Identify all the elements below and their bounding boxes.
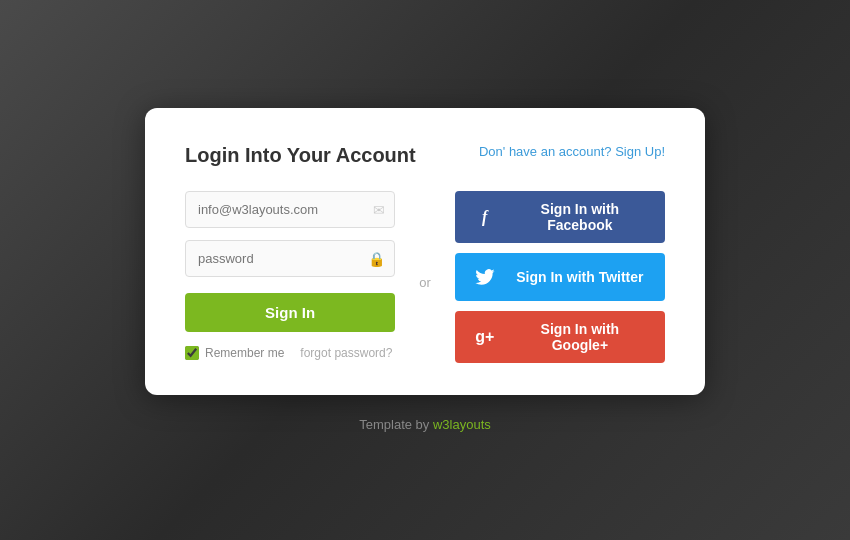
or-divider: or bbox=[415, 265, 435, 290]
remember-me-label[interactable]: Remember me bbox=[185, 346, 284, 360]
facebook-signin-button[interactable]: f Sign In with Facebook bbox=[455, 191, 665, 243]
social-buttons: f Sign In with Facebook Sign In with Twi… bbox=[455, 191, 665, 363]
password-input-wrapper: 🔒 bbox=[185, 240, 395, 277]
google-signin-button[interactable]: g+ Sign In with Google+ bbox=[455, 311, 665, 363]
remember-row: Remember me forgot password? bbox=[185, 346, 395, 360]
google-signin-label: Sign In with Google+ bbox=[511, 321, 649, 353]
facebook-icon: f bbox=[471, 203, 499, 231]
email-input-wrapper: ✉ bbox=[185, 191, 395, 228]
card-title: Login Into Your Account bbox=[185, 144, 416, 167]
email-field[interactable] bbox=[185, 191, 395, 228]
twitter-icon bbox=[471, 263, 499, 291]
signin-button[interactable]: Sign In bbox=[185, 293, 395, 332]
signup-link[interactable]: Don' have an account? Sign Up! bbox=[479, 144, 665, 159]
twitter-signin-button[interactable]: Sign In with Twitter bbox=[455, 253, 665, 301]
google-icon: g+ bbox=[471, 323, 499, 351]
login-card: Login Into Your Account Don' have an acc… bbox=[145, 108, 705, 395]
card-header: Login Into Your Account Don' have an acc… bbox=[185, 144, 665, 167]
card-body: ✉ 🔒 Sign In Remember me forgot password?… bbox=[185, 191, 665, 363]
w3layouts-link[interactable]: w3layouts bbox=[433, 417, 491, 432]
remember-checkbox[interactable] bbox=[185, 346, 199, 360]
footer: Template by w3layouts bbox=[359, 417, 491, 432]
email-icon: ✉ bbox=[373, 202, 385, 218]
twitter-signin-label: Sign In with Twitter bbox=[511, 269, 649, 285]
password-field[interactable] bbox=[185, 240, 395, 277]
password-icon: 🔒 bbox=[368, 251, 385, 267]
login-form: ✉ 🔒 Sign In Remember me forgot password? bbox=[185, 191, 395, 360]
facebook-signin-label: Sign In with Facebook bbox=[511, 201, 649, 233]
forgot-password-link[interactable]: forgot password? bbox=[300, 346, 392, 360]
